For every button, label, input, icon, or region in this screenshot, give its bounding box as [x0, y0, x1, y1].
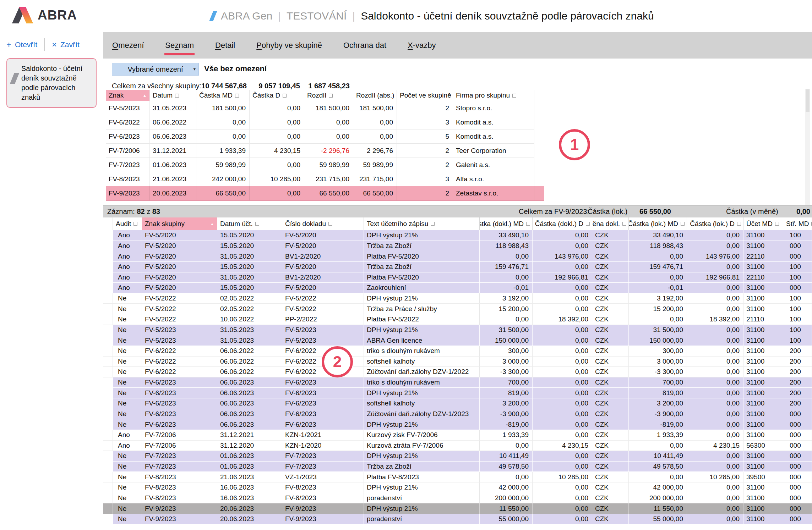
journal-table-header: AuditZnak skupiny▲Datum účt.Číslo doklad… [103, 217, 812, 230]
column-header-datum-uct[interactable]: Datum účt. [217, 217, 282, 230]
table-cell: 0,00 [533, 503, 592, 514]
table-cell: Ne [113, 357, 142, 367]
column-header-castka-dokl-d[interactable]: Částka (dokl.) D [533, 217, 592, 230]
table-row[interactable]: AnoFV-5/202015.05.2020FV-5/2020Tržba za … [103, 241, 812, 252]
table-row[interactable]: FV-7/202301.06.202359 989,990,0059 989,9… [106, 158, 544, 172]
table-cell: Ne [113, 398, 142, 409]
table-cell: 200 [783, 388, 812, 398]
column-header-datum[interactable]: Datum [150, 90, 196, 101]
total-amount-md: 10 744 567,68 [190, 82, 247, 90]
table-row[interactable]: AnoFV-7/200631.12.2021KZN-1/2021Kurzový … [103, 430, 812, 441]
sort-column-icon [512, 94, 516, 98]
table-row[interactable]: AnoFV-5/202031.05.2020BV1-2/2020Platba F… [103, 251, 812, 262]
table-row[interactable]: AnoFV-5/202031.05.2020BV1-2/2020Platba F… [103, 272, 812, 283]
table-row[interactable]: NeFV-8/202316.06.2023FV-8/2023poradenstv… [103, 493, 812, 504]
table-row[interactable]: AnoFV-5/202015.05.2020FV-5/2020Zaokrouhl… [103, 283, 812, 293]
table-row[interactable]: NeFV-6/202306.06.2023FV-6/2023Zúčtování … [103, 409, 812, 420]
table-row[interactable]: NeFV-9/202320.06.2023FV-9/2023poradenstv… [103, 514, 812, 525]
table-row[interactable]: FV-5/202331.05.2023181 500,000,00181 500… [106, 101, 544, 115]
column-header-mena-dokl[interactable]: Měna dokl. [592, 217, 629, 230]
column-header-text-ucetniho-zapisu[interactable]: Text účetního zápisu [364, 217, 480, 230]
table-row[interactable]: NeFV-6/202306.06.2023FV-6/2023DPH výstup… [103, 419, 812, 430]
table-cell: 0,00 [480, 441, 533, 451]
table-cell: Ano [113, 272, 142, 283]
table-cell: 159 476,71 [480, 262, 533, 272]
table-row[interactable]: NeFV-7/202301.06.2023FV-7/2023Tržba za Z… [103, 462, 812, 472]
table-row[interactable]: NeFV-6/202206.06.2022FV-6/2022softshell … [103, 357, 812, 367]
column-header-castka-lok-md[interactable]: Částka (lok.) MD [629, 217, 687, 230]
table-cell [103, 482, 113, 493]
table-row[interactable]: NeFV-8/202321.06.2023VZ-1/2023Platba FV-… [103, 472, 812, 482]
column-header-castka-d[interactable]: Částka D [250, 90, 304, 101]
table-cell: CZK [592, 441, 629, 451]
table-row[interactable]: NeFV-5/202210.06.2022PP-2/2022Platba FV-… [103, 314, 812, 325]
table-cell: Platba FV-5/2020 [364, 272, 480, 283]
table-cell: 0,00 [480, 272, 533, 283]
table-cell: 31100 [743, 377, 783, 388]
table-row[interactable]: NeFV-6/202206.06.2022FV-6/2022Zúčtování … [103, 367, 812, 377]
table-cell: PP-2/2022 [282, 314, 364, 325]
table-cell: 100 [783, 314, 812, 325]
column-header-pocet-ve-skupine[interactable]: Počet ve skupině [397, 90, 453, 101]
tab-seznam[interactable]: Seznam [165, 41, 194, 50]
table-row[interactable]: NeFV-6/202306.06.2023FV-6/2023DPH výstup… [103, 388, 812, 398]
row-marker-column[interactable] [103, 217, 113, 230]
table-cell: DPH výstup 21% [364, 388, 480, 398]
table-row[interactable]: NeFV-6/202306.06.2023FV-6/2023triko s dl… [103, 377, 812, 388]
column-header-castka-lok-d[interactable]: Částka (lok.) D [687, 217, 743, 230]
table-cell: FV-6/2023 [142, 377, 217, 388]
column-header-cislo-dokladu[interactable]: Číslo dokladu [282, 217, 364, 230]
table-row[interactable]: NeFV-5/202331.05.2023FV-5/2023DPH výstup… [103, 325, 812, 336]
table-row[interactable]: NeFV-5/202202.05.2022FV-5/2022DPH výstup… [103, 293, 812, 304]
table-row[interactable]: NeFV-9/202320.06.2023FV-9/2023DPH výstup… [103, 503, 812, 514]
table-row[interactable]: AnoFV-5/202015.05.2020FV-5/2020DPH výstu… [103, 230, 812, 241]
table-cell: FV-5/2020 [142, 272, 217, 283]
agenda-slash-icon [10, 73, 19, 84]
table-row[interactable]: NeFV-8/202316.06.2023FV-8/2023DPH výstup… [103, 482, 812, 493]
column-header-castka-dokl-md[interactable]: Částka (dokl.) MD [480, 217, 533, 230]
table-cell: -3 300,00 [629, 367, 687, 377]
table-row[interactable]: NeFV-5/202202.05.2022FV-5/2022Tržba za P… [103, 304, 812, 314]
table-row[interactable]: FV-9/202320.06.202366 550,000,0066 550,0… [106, 186, 544, 200]
table-row[interactable]: FV-6/202306.06.20230,000,000,000,005Komo… [106, 129, 544, 144]
table-row[interactable]: NeFV-6/202306.06.2023FV-6/2023softshell … [103, 398, 812, 409]
column-header-znak-skupiny[interactable]: Znak skupiny▲ [142, 217, 217, 230]
group-total-label: Celkem za FV-9/2023: [519, 208, 589, 216]
tab-omezeni[interactable]: Omezení [112, 41, 144, 50]
table-row[interactable]: AnoFV-7/200631.12.2020KZN-1/2020Kurzová … [103, 441, 812, 451]
table-cell: CZK [592, 472, 629, 482]
table-cell: 01.06.2023 [217, 451, 282, 461]
table-cell [103, 283, 113, 293]
tab-ochrana-dat[interactable]: Ochrana dat [343, 41, 386, 50]
close-button[interactable]: × Zavřít [52, 40, 80, 49]
scrollbar-thumb[interactable] [806, 89, 810, 112]
table-cell: 31100 [743, 409, 783, 419]
table-row[interactable]: AnoFV-5/202015.05.2020FV-5/2020Tržba za … [103, 262, 812, 272]
column-header-str-md[interactable]: Stř. MD [783, 217, 812, 230]
column-header-audit[interactable]: Audit [113, 217, 142, 230]
table-row[interactable]: FV-6/202206.06.20220,000,000,000,003Komo… [106, 115, 544, 129]
table-row[interactable]: NeFV-5/202331.05.2023FV-5/2023ABRA Gen l… [103, 335, 812, 346]
tab-detail[interactable]: Detail [215, 41, 235, 50]
restriction-dropdown[interactable]: Vybrané omezení ▾ [112, 63, 199, 76]
table-cell: 11 550,00 [480, 503, 533, 514]
column-header-rozdil[interactable]: Rozdíl [304, 90, 353, 101]
column-header-znak[interactable]: Znak▲ [106, 90, 150, 101]
tab-x-vazby[interactable]: X-vazby [408, 41, 436, 50]
column-header-ucet-md[interactable]: Účet MD [743, 217, 783, 230]
table-row[interactable]: FV-7/200631.12.20211 933,394 230,15-2 29… [106, 144, 544, 158]
table-row[interactable]: NeFV-7/202301.06.2023FV-7/2023DPH výstup… [103, 451, 812, 462]
table-cell: Komodit a.s. [453, 129, 534, 144]
vertical-scrollbar[interactable] [805, 89, 810, 206]
table-cell: CZK [592, 503, 629, 514]
tab-pohyby-ve-skupine[interactable]: Pohyby ve skupině [256, 41, 322, 50]
column-header-castka-md[interactable]: Částka MD [196, 90, 250, 101]
column-header-firma-pro-skupinu[interactable]: Firma pro skupinu [453, 90, 534, 101]
table-row[interactable]: FV-8/202321.06.2023242 000,0010 285,0023… [106, 172, 544, 186]
column-header-rozdil-abs[interactable]: Rozdíl (abs.) [353, 90, 397, 101]
table-cell: CZK [592, 325, 629, 335]
table-cell: Ne [113, 462, 142, 472]
open-agenda-card[interactable]: Saldokonto - účetní deník souvztažně pod… [6, 58, 97, 108]
open-button[interactable]: + Otevřít [6, 40, 37, 49]
table-row[interactable]: NeFV-6/202206.06.2022FV-6/2022triko s dl… [103, 346, 812, 357]
